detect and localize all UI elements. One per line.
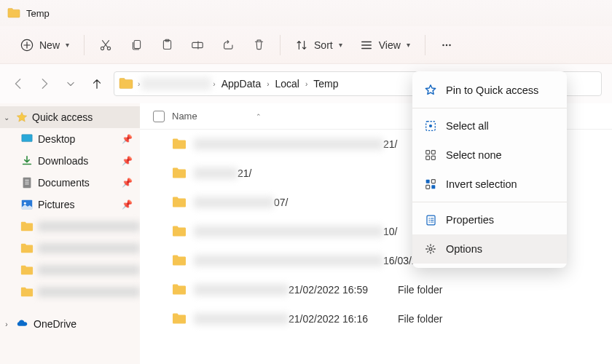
- plus-circle-icon: [20, 39, 34, 52]
- new-button[interactable]: New ▾: [13, 34, 76, 56]
- sidebar-item-downloads[interactable]: Downloads 📌: [0, 150, 140, 172]
- pin-star-icon: [424, 84, 437, 97]
- chevron-down-icon: ▾: [407, 41, 410, 49]
- chevron-right-icon[interactable]: ›: [136, 80, 141, 88]
- folder-icon: [172, 138, 187, 150]
- back-button[interactable]: [10, 76, 26, 92]
- folder-icon: [7, 8, 20, 18]
- copy-button[interactable]: [122, 34, 150, 56]
- up-button[interactable]: [89, 76, 105, 92]
- folder-icon: [20, 221, 34, 232]
- breadcrumb-segment[interactable]: Temp: [309, 78, 342, 90]
- cut-icon: [99, 39, 112, 52]
- folder-icon: [119, 78, 133, 90]
- breadcrumb-segment[interactable]: [141, 77, 211, 90]
- file-date: 07/: [274, 197, 383, 208]
- properties-icon: [424, 213, 437, 226]
- breadcrumb-segment[interactable]: Local: [271, 78, 304, 90]
- svg-rect-18: [431, 151, 435, 154]
- view-button[interactable]: View ▾: [353, 34, 417, 56]
- trash-icon: [252, 39, 265, 52]
- file-name: [194, 138, 383, 150]
- svg-rect-6: [192, 42, 203, 47]
- menu-item-label: Invert selection: [446, 178, 517, 190]
- chevron-down-icon: ▾: [339, 41, 342, 49]
- svg-rect-17: [426, 151, 430, 154]
- view-label: View: [379, 39, 401, 51]
- chevron-right-icon[interactable]: ›: [304, 80, 309, 88]
- svg-rect-21: [426, 180, 430, 183]
- menu-select-none[interactable]: Select none: [412, 141, 567, 170]
- svg-rect-22: [431, 180, 435, 183]
- file-date: 21/02/2022 16:16: [289, 313, 398, 325]
- menu-properties[interactable]: Properties: [412, 205, 567, 234]
- file-type: File folder: [398, 313, 471, 325]
- menu-item-label: Options: [446, 243, 482, 255]
- menu-item-label: Select none: [446, 149, 502, 161]
- menu-invert-selection[interactable]: Invert selection: [412, 170, 567, 199]
- copy-icon: [130, 39, 143, 52]
- column-name[interactable]: Name ⌃: [172, 111, 430, 122]
- rename-icon: [191, 39, 204, 52]
- menu-options[interactable]: Options: [412, 234, 567, 264]
- sort-button[interactable]: Sort ▾: [288, 34, 350, 56]
- svg-point-8: [446, 44, 448, 46]
- sidebar-item-label: Pictures: [38, 199, 117, 210]
- select-all-checkbox[interactable]: [153, 111, 172, 122]
- separator: [425, 35, 425, 55]
- forward-button[interactable]: [36, 76, 52, 92]
- svg-rect-19: [426, 156, 430, 159]
- svg-point-16: [429, 124, 432, 127]
- download-icon: [20, 154, 34, 167]
- sidebar-item-pictures[interactable]: Pictures 📌: [0, 194, 140, 215]
- column-name-label: Name: [172, 111, 197, 122]
- sidebar-item-documents[interactable]: Documents 📌: [0, 172, 140, 194]
- desktop-icon: [20, 132, 34, 146]
- sidebar-item[interactable]: [0, 259, 140, 281]
- sidebar-item-desktop[interactable]: Desktop 📌: [0, 128, 140, 150]
- select-none-icon: [424, 149, 437, 162]
- folder-icon: [172, 226, 187, 237]
- menu-pin-quick-access[interactable]: Pin to Quick access: [412, 76, 567, 105]
- breadcrumb-segment[interactable]: AppData: [217, 78, 265, 90]
- table-row[interactable]: 21/02/2022 16:59 File folder: [140, 275, 612, 304]
- chevron-down-icon: ▾: [66, 41, 69, 49]
- folder-icon: [172, 313, 187, 325]
- sidebar-item[interactable]: [0, 281, 140, 303]
- chevron-right-icon[interactable]: ›: [265, 80, 270, 88]
- sort-label: Sort: [314, 39, 333, 51]
- folder-icon: [172, 284, 187, 296]
- separator: [84, 35, 85, 55]
- sidebar-onedrive[interactable]: › OneDrive: [0, 313, 140, 335]
- sidebar-item-label: [38, 265, 140, 275]
- pictures-icon: [20, 198, 34, 211]
- menu-select-all[interactable]: Select all: [412, 111, 567, 141]
- svg-rect-20: [431, 156, 435, 159]
- sidebar-item[interactable]: [0, 237, 140, 259]
- pin-icon: 📌: [122, 178, 133, 188]
- more-icon: [440, 39, 453, 52]
- sidebar-item[interactable]: [0, 215, 140, 237]
- cut-button[interactable]: [92, 34, 119, 56]
- options-icon: [424, 242, 437, 256]
- chevron-right-icon[interactable]: ›: [211, 80, 216, 88]
- sidebar-item-label: Desktop: [38, 133, 117, 145]
- table-row[interactable]: 21/02/2022 16:16 File folder: [140, 304, 612, 333]
- file-date: 21/: [238, 167, 347, 179]
- share-button[interactable]: [214, 34, 242, 56]
- svg-point-7: [442, 44, 444, 46]
- delete-button[interactable]: [245, 34, 272, 56]
- recent-button[interactable]: [63, 76, 79, 92]
- chevron-down-icon[interactable]: ⌄: [1, 114, 12, 122]
- new-label: New: [39, 39, 60, 51]
- sidebar-item-label: [38, 221, 140, 232]
- folder-icon: [20, 243, 34, 254]
- window-title: Temp: [26, 8, 50, 19]
- paste-button[interactable]: [153, 34, 181, 56]
- select-all-icon: [424, 119, 437, 132]
- more-button[interactable]: [433, 34, 460, 56]
- share-icon: [221, 39, 235, 52]
- sidebar-quick-access[interactable]: ⌄ Quick access: [0, 106, 140, 128]
- chevron-right-icon[interactable]: ›: [1, 320, 12, 328]
- rename-button[interactable]: [184, 34, 211, 56]
